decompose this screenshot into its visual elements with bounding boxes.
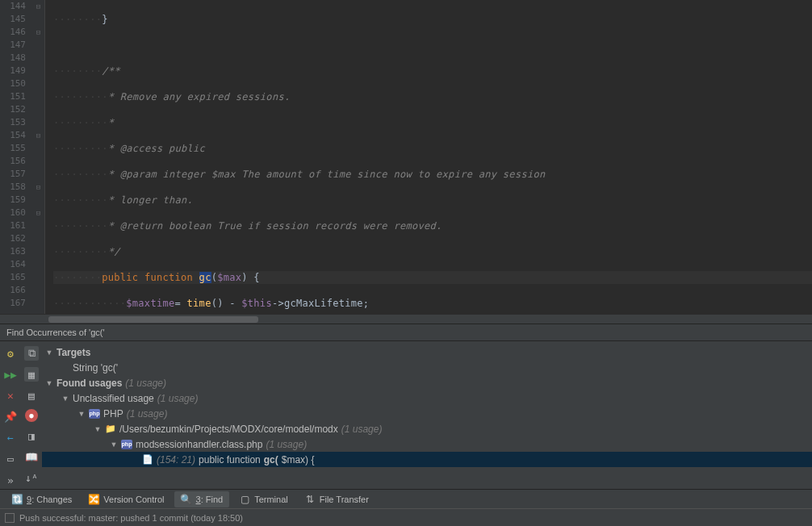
php-count: (1 usage) bbox=[127, 408, 168, 420]
line-number: 149 bbox=[0, 65, 26, 77]
status-message: Push successful: master: pushed 1 commit… bbox=[19, 513, 243, 523]
line-number: 151 bbox=[0, 90, 26, 103]
rerun-icon[interactable]: ▶▶ bbox=[3, 367, 18, 382]
string-target: String 'gc(' bbox=[73, 362, 118, 374]
usage-match: gc( bbox=[264, 454, 278, 465]
line-number: 161 bbox=[0, 219, 26, 232]
tree-usage-line[interactable]: 📄 (154: 21) public function gc($max) { bbox=[42, 452, 812, 467]
code-area[interactable]: ········} ········/** ·········* Remove … bbox=[45, 0, 812, 314]
line-number: 144 bbox=[0, 0, 26, 13]
fold-marker[interactable]: ⊟ bbox=[32, 207, 44, 219]
line-number: 147 bbox=[0, 39, 26, 52]
settings-icon[interactable]: ⚙ bbox=[3, 346, 18, 361]
line-number: 167 bbox=[0, 297, 26, 310]
chevron-down-icon[interactable]: ▼ bbox=[61, 394, 69, 403]
transfer-icon: ⇅ bbox=[304, 494, 316, 505]
line-number: 162 bbox=[0, 232, 26, 245]
usage-location: (154: 21) bbox=[157, 454, 195, 465]
tab-terminal[interactable]: ▢ Terminal bbox=[232, 491, 295, 507]
usage-icon: 📄 bbox=[142, 454, 153, 465]
unclassified-label: Unclassified usage bbox=[73, 393, 154, 404]
fold-marker[interactable]: ⊟ bbox=[32, 129, 44, 142]
pin-icon[interactable]: 📌 bbox=[3, 409, 18, 424]
found-count: (1 usage) bbox=[125, 378, 166, 389]
function-name: gc bbox=[199, 272, 211, 283]
toolbar-col-2: ⧉ ▦ ▤ ● ◨ 📖 ↓ᴬ bbox=[21, 341, 42, 489]
line-number: 154 bbox=[0, 129, 26, 142]
status-bar: Push successful: master: pushed 1 commit… bbox=[0, 508, 812, 526]
chevron-down-icon[interactable]: ▼ bbox=[110, 440, 118, 449]
php-label: PHP bbox=[103, 408, 123, 420]
vcs-icon: 🔀 bbox=[88, 494, 99, 505]
found-label: Found usages bbox=[57, 378, 122, 389]
sort-icon[interactable]: ↓ᴬ bbox=[24, 470, 39, 485]
php-icon: php bbox=[89, 409, 100, 419]
fold-gutter: ⊟ ⊟ ⊟ ⊟ ⊟ bbox=[32, 0, 45, 314]
tab-find[interactable]: 🔍 3: Find bbox=[174, 491, 230, 507]
back-icon[interactable]: ← bbox=[3, 430, 18, 445]
line-number: 148 bbox=[0, 52, 26, 65]
group-by-icon[interactable]: ⧉ bbox=[24, 346, 39, 361]
editor-area: 144 145 146 147 148 149 150 151 152 153 … bbox=[0, 0, 812, 314]
chevron-down-icon[interactable]: ▼ bbox=[45, 379, 53, 387]
usage-tree[interactable]: ▼ Targets String 'gc(' ▼ Found usages (1… bbox=[42, 341, 812, 489]
line-number: 145 bbox=[0, 13, 26, 26]
preview-icon[interactable]: ◨ bbox=[24, 428, 39, 443]
targets-label: Targets bbox=[57, 347, 90, 358]
autoscroll-icon[interactable]: 📖 bbox=[24, 449, 39, 464]
line-number: 164 bbox=[0, 258, 26, 271]
unclassified-count: (1 usage) bbox=[157, 393, 199, 404]
tree-targets[interactable]: ▼ Targets bbox=[42, 344, 812, 360]
status-checkbox[interactable] bbox=[5, 513, 15, 523]
line-number: 146 bbox=[0, 26, 26, 39]
chevron-down-icon[interactable]: ▼ bbox=[45, 349, 53, 357]
line-number: 160 bbox=[0, 207, 26, 219]
line-number: 166 bbox=[0, 284, 26, 297]
fold-marker[interactable]: ⊟ bbox=[32, 0, 44, 13]
tool-window-bar: 🔃 9: Changes 🔀 Version Control 🔍 3: Find… bbox=[0, 489, 812, 508]
tree-found[interactable]: ▼ Found usages (1 usage) bbox=[42, 375, 812, 390]
line-number: 165 bbox=[0, 271, 26, 284]
export-icon[interactable]: ▭ bbox=[3, 451, 18, 465]
more-icon[interactable]: » bbox=[5, 472, 16, 489]
folder-path: /Users/bezumkin/Projects/MODX/core/model… bbox=[119, 424, 338, 435]
find-panel-header: Find Occurrences of 'gc(' bbox=[0, 324, 812, 341]
tree-string[interactable]: String 'gc(' bbox=[42, 360, 812, 375]
toolbar-col-1: ⚙ ▶▶ ✕ 📌 ← ▭ » bbox=[0, 341, 21, 489]
find-panel: ⚙ ▶▶ ✕ 📌 ← ▭ » ⧉ ▦ ▤ ● ◨ 📖 ↓ᴬ ▼ Targets … bbox=[0, 341, 812, 489]
expand-icon[interactable]: ▦ bbox=[24, 367, 39, 382]
folder-count: (1 usage) bbox=[341, 424, 383, 435]
terminal-icon: ▢ bbox=[239, 494, 250, 505]
line-number: 153 bbox=[0, 116, 26, 129]
php-file-icon: php bbox=[121, 440, 132, 449]
folder-icon: 📁 bbox=[105, 424, 116, 435]
scrollbar-thumb[interactable] bbox=[48, 316, 258, 323]
changes-icon: 🔃 bbox=[11, 494, 23, 505]
line-number: 163 bbox=[0, 245, 26, 258]
filter-icon[interactable]: ● bbox=[25, 409, 38, 422]
fold-marker[interactable]: ⊟ bbox=[32, 181, 44, 194]
fold-marker[interactable]: ⊟ bbox=[32, 26, 44, 39]
line-number: 158 bbox=[0, 181, 26, 194]
file-name: modsessionhandler.class.php bbox=[136, 439, 262, 450]
usage-text-post: $max) { bbox=[282, 454, 315, 465]
tab-vcs[interactable]: 🔀 Version Control bbox=[82, 491, 170, 507]
tab-changes[interactable]: 🔃 9: Changes bbox=[5, 491, 78, 507]
line-number: 157 bbox=[0, 168, 26, 181]
horizontal-scrollbar[interactable] bbox=[0, 314, 812, 324]
line-number: 155 bbox=[0, 142, 26, 155]
tree-php[interactable]: ▼ php PHP (1 usage) bbox=[42, 406, 812, 421]
close-icon[interactable]: ✕ bbox=[3, 388, 18, 403]
tree-file[interactable]: ▼ php modsessionhandler.class.php (1 usa… bbox=[42, 436, 812, 452]
tab-file-transfer[interactable]: ⇅ File Transfer bbox=[298, 491, 375, 507]
tree-folder[interactable]: ▼ 📁 /Users/bezumkin/Projects/MODX/core/m… bbox=[42, 421, 812, 436]
collapse-icon[interactable]: ▤ bbox=[24, 388, 39, 403]
usage-text-pre: public function bbox=[199, 454, 261, 465]
file-count: (1 usage) bbox=[266, 439, 307, 450]
line-number: 150 bbox=[0, 77, 26, 90]
chevron-down-icon[interactable]: ▼ bbox=[77, 410, 86, 418]
tree-unclassified[interactable]: ▼ Unclassified usage (1 usage) bbox=[42, 390, 812, 406]
line-number: 159 bbox=[0, 194, 26, 207]
chevron-down-icon[interactable]: ▼ bbox=[94, 425, 102, 433]
search-icon: 🔍 bbox=[181, 494, 192, 505]
